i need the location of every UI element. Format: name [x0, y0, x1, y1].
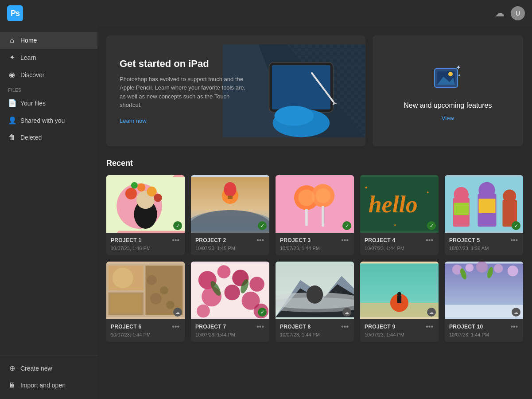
- sync-badge: ✓: [427, 221, 436, 230]
- project-thumbnail: ✓: [276, 175, 354, 233]
- project-name-row: PROJECT 7 •••: [195, 323, 265, 331]
- learn-now-link[interactable]: Learn now: [120, 117, 352, 124]
- topbar-right: ☁ U: [495, 6, 525, 20]
- project-name-row: PROJECT 8 •••: [280, 323, 349, 331]
- project-name: PROJECT 10: [449, 324, 483, 330]
- content-area: Get started on iPad Photoshop has evolve…: [97, 27, 532, 399]
- project-menu-button[interactable]: •••: [425, 236, 434, 244]
- svg-point-91: [466, 263, 474, 272]
- project-card[interactable]: ☁ PROJECT 9 ••• 10/07/23, 1:44 PM: [360, 262, 439, 342]
- svg-point-25: [137, 183, 146, 192]
- svg-text:✦: ✦: [458, 73, 461, 78]
- cloud-badge: ☁: [342, 308, 351, 317]
- project-info: PROJECT 2 ••• 10/07/23, 1:45 PM: [191, 233, 269, 255]
- sync-badge: ✓: [173, 221, 182, 230]
- project-info: PROJECT 8 ••• 10/07/23, 1:44 PM: [276, 319, 354, 342]
- svg-point-93: [494, 264, 503, 273]
- project-info: PROJECT 10 ••• 10/07/23, 1:44 PM: [445, 319, 523, 342]
- project-name: PROJECT 1: [111, 237, 141, 243]
- sidebar-item-discover[interactable]: ◉ Discover: [0, 66, 97, 83]
- project-info: PROJECT 5 ••• 10/07/23, 1:36 AM: [445, 233, 523, 255]
- svg-point-88: [397, 292, 401, 296]
- cloud-badge: ☁: [512, 308, 520, 317]
- project-name: PROJECT 4: [365, 237, 395, 243]
- sidebar-item-import-open[interactable]: 🖥 Import and open: [0, 377, 97, 394]
- svg-point-65: [166, 301, 175, 309]
- sidebar-item-label: Shared with you: [20, 117, 65, 124]
- project-menu-button[interactable]: •••: [256, 236, 265, 244]
- recent-section: Recent: [106, 159, 523, 342]
- banner-content: Get started on iPad Photoshop has evolve…: [106, 35, 365, 146]
- features-title: New and upcoming features: [404, 102, 492, 110]
- sidebar-item-shared-with-you[interactable]: 👤 Shared with you: [0, 112, 97, 129]
- project-thumbnail: ✓: [191, 175, 269, 233]
- project-card[interactable]: ✓ PROJECT 3 ••• 10/07/23, 1:44 PM: [276, 175, 354, 255]
- svg-point-83: [307, 286, 323, 304]
- project-card[interactable]: ☁ PROJECT 6 ••• 10/07/23, 1:44 PM: [106, 262, 185, 342]
- project-info: PROJECT 4 ••• 10/07/23, 1:44 PM: [360, 233, 439, 255]
- project-menu-button[interactable]: •••: [171, 323, 180, 331]
- project-info: PROJECT 9 ••• 10/07/23, 1:44 PM: [360, 319, 439, 342]
- project-card[interactable]: ☁ PROJECT 10 ••• 10/07/23, 1:44 PM: [445, 262, 523, 342]
- svg-point-24: [125, 188, 137, 200]
- sidebar-item-your-files[interactable]: 📄 Your files: [0, 94, 97, 112]
- project-menu-button[interactable]: •••: [256, 323, 265, 331]
- svg-point-51: [478, 182, 495, 199]
- svg-point-62: [147, 275, 156, 285]
- cloud-badge: ☁: [427, 308, 436, 317]
- app-logo: Ps: [7, 5, 23, 21]
- project-name-row: PROJECT 1 •••: [111, 236, 180, 244]
- project-name-row: PROJECT 5 •••: [449, 236, 519, 244]
- discover-icon: ◉: [8, 70, 16, 79]
- sidebar-item-home[interactable]: ⌂ Home: [0, 32, 97, 49]
- project-thumbnail: ✓: [445, 175, 523, 233]
- project-card[interactable]: hello ✦ ✦ ✦ ✓ PROJECT 4 ••• 10: [360, 175, 439, 255]
- sidebar-item-learn[interactable]: ✦ Learn: [0, 49, 97, 66]
- svg-point-28: [131, 182, 138, 189]
- project-thumbnail: ✓: [191, 262, 269, 319]
- svg-point-39: [315, 188, 330, 203]
- svg-rect-61: [110, 294, 141, 313]
- project-card[interactable]: ✓ PROJECT 5 ••• 10/07/23, 1:36 AM: [445, 175, 523, 255]
- sidebar: ⌂ Home ✦ Learn ◉ Discover FILES 📄 Your f…: [0, 27, 97, 399]
- features-visual: ✦ ✦: [430, 61, 466, 96]
- project-menu-button[interactable]: •••: [340, 323, 349, 331]
- sidebar-item-create-new[interactable]: ⊕ Create new: [0, 360, 97, 377]
- file-icon: 📄: [8, 99, 16, 107]
- sidebar-item-deleted[interactable]: 🗑 Deleted: [0, 129, 97, 146]
- project-menu-button[interactable]: •••: [171, 236, 180, 244]
- topbar-left: Ps: [7, 5, 23, 21]
- project-name: PROJECT 2: [195, 237, 226, 243]
- hero-row: Get started on iPad Photoshop has evolve…: [106, 35, 523, 146]
- project-menu-button[interactable]: •••: [509, 323, 519, 331]
- svg-point-70: [249, 277, 264, 292]
- project-menu-button[interactable]: •••: [509, 236, 519, 244]
- project-date: 10/07/23, 1:44 PM: [280, 332, 349, 337]
- svg-point-38: [298, 189, 315, 206]
- topbar: Ps ☁ U: [0, 0, 532, 27]
- svg-point-94: [508, 266, 518, 276]
- project-card[interactable]: ☁ PROJECT 8 ••• 10/07/23, 1:44 PM: [276, 262, 354, 342]
- project-card[interactable]: ✓ PROJECT 7 ••• 10/07/23, 1:44 PM: [191, 262, 269, 342]
- project-name-row: PROJECT 3 •••: [280, 236, 349, 244]
- project-date: 10/07/23, 1:44 PM: [111, 332, 180, 337]
- avatar[interactable]: U: [511, 6, 525, 20]
- project-info: PROJECT 1 ••• 10/07/23, 1:46 PM: [106, 233, 185, 255]
- view-features-link[interactable]: View: [442, 115, 454, 121]
- cloud-sync-icon[interactable]: ☁: [495, 8, 505, 19]
- project-thumbnail: ✓: [106, 175, 185, 233]
- import-icon: 🖥: [8, 381, 16, 389]
- project-date: 10/07/23, 1:46 PM: [111, 246, 180, 251]
- svg-point-53: [503, 189, 516, 203]
- svg-rect-40: [305, 209, 308, 226]
- project-thumbnail: ☁: [106, 262, 185, 319]
- svg-text:✦: ✦: [364, 185, 368, 190]
- project-card[interactable]: ✓ PROJECT 1 ••• 10/07/23, 1:46 PM: [106, 175, 185, 255]
- project-menu-button[interactable]: •••: [425, 323, 434, 331]
- project-date: 10/07/23, 1:36 AM: [449, 246, 519, 251]
- svg-point-92: [476, 262, 488, 273]
- project-name-row: PROJECT 2 •••: [195, 236, 265, 244]
- project-card[interactable]: ✓ PROJECT 2 ••• 10/07/23, 1:45 PM: [191, 175, 269, 255]
- project-menu-button[interactable]: •••: [340, 236, 349, 244]
- project-thumbnail: ☁: [276, 262, 354, 319]
